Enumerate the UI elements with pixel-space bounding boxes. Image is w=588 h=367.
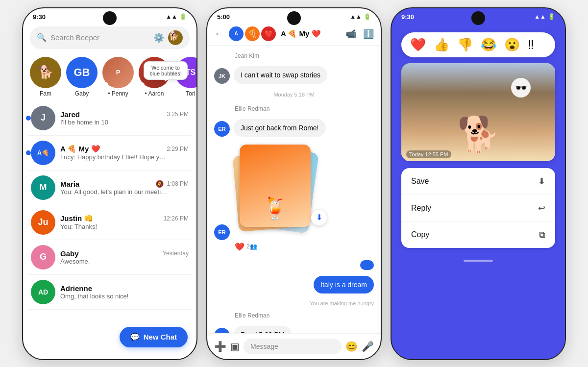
chat-item-a-my[interactable]: A🍕 A 🍕 My ❤️ 2:29 PM Lucy: Happy birthda… (28, 136, 192, 171)
msg-bubble-3[interactable]: Read 5:23 PM (234, 326, 292, 333)
copy-icon: ⧉ (539, 230, 545, 240)
story-gaby[interactable]: GB Gaby (66, 57, 98, 97)
welcome-tooltip: Welcome to blue bubbles! (144, 61, 188, 80)
reaction-laugh[interactable]: 😂 (481, 37, 496, 52)
story-label-penny: • Penny (108, 90, 128, 97)
chat-list: J Jared 3:25 PM I'll be home in 10 A🍕 (23, 101, 196, 310)
new-chat-button[interactable]: 💬 New Chat (120, 327, 188, 347)
msg-bubble-mine-1[interactable] (360, 260, 374, 270)
time-divider-1: Monday 5:18 PM (214, 90, 374, 99)
profile-avatar[interactable]: 🐕 (168, 30, 183, 45)
download-button[interactable]: ⬇ (311, 210, 327, 225)
image-reactions: ❤️ 2👥 (214, 242, 374, 251)
unread-dot-jared (26, 116, 31, 121)
phone-chat-view: 5:00 ▲▲ 🔋 ← A 🍕 ❤️ A 🍕 My ❤️ 📹 ℹ️ (206, 7, 382, 360)
reaction-wow[interactable]: 😮 (504, 37, 520, 52)
context-save[interactable]: Save ⬇ (401, 168, 555, 195)
image-message[interactable]: ER 🌆 🍹 (214, 145, 374, 251)
time-3: 9:30 (401, 13, 414, 21)
video-icon[interactable]: 📹 (345, 28, 356, 39)
search-icon: 🔍 (37, 33, 47, 42)
reaction-bar: ❤️ 👍 👎 😂 😮 ‼️ (401, 32, 555, 57)
add-icon[interactable]: ➕ (214, 341, 226, 352)
msg-avatar-ellie: ER (214, 121, 230, 137)
chat-item-gaby[interactable]: G Gaby Yesterday Awesome. (28, 240, 192, 275)
reaction-heart[interactable]: ❤️ (410, 37, 426, 52)
header-avatar-3: ❤️ (261, 26, 276, 41)
chat-name-jared: Jared (60, 110, 80, 119)
context-copy[interactable]: Copy ⧉ (401, 222, 555, 248)
story-label-gaby: Gaby (75, 90, 89, 97)
chat-item-maria[interactable]: M Maria 🔕 1:08 PM You: All good, let's p… (28, 171, 192, 205)
reaction-thumbs-down[interactable]: 👎 (457, 37, 473, 52)
chat-avatar-gaby: G (31, 245, 55, 269)
reaction-thumbs-up[interactable]: 👍 (434, 37, 449, 52)
messages-area: Jean Kim JK I can't wait to swap stories… (207, 46, 381, 333)
msg-avatar-ellie-2: ER (214, 328, 230, 333)
chat-info-justin: Justin 👊 12:26 PM You: Thanks! (60, 214, 189, 230)
reaction-count: 2👥 (246, 243, 257, 250)
chat-time-a-my: 2:29 PM (167, 146, 189, 152)
chat-preview-jared: I'll be home in 10 (60, 119, 168, 126)
input-placeholder: Message (250, 343, 278, 350)
chat-name-justin: Justin 👊 (60, 214, 93, 223)
gear-icon[interactable]: ⚙️ (153, 32, 164, 43)
story-dot-aaron (140, 82, 145, 87)
chat-avatar-jared: J (31, 106, 55, 130)
story-fam[interactable]: 🐕 Fam (30, 57, 61, 97)
msg-bubble-1[interactable]: I can't wait to swap stories (234, 66, 327, 84)
chat-preview-a-my: Lucy: Happy birthday Ellie!! Hope you've… (60, 153, 168, 161)
signal-icon-1: ▲▲ (166, 13, 177, 20)
img-msg-avatar: ER (214, 224, 230, 240)
sticker-icon[interactable]: ▣ (230, 341, 240, 352)
chat-item-jared[interactable]: J Jared 3:25 PM I'll be home in 10 (28, 101, 192, 136)
chat-info-gaby: Gaby Yesterday Awesome. (60, 249, 189, 265)
img-card-main: 🍹 (240, 145, 311, 227)
chat-avatar-justin: Ju (31, 210, 55, 235)
chat-preview-gaby: Awesome. (60, 258, 168, 265)
story-avatar-penny: P (102, 57, 134, 88)
new-chat-icon: 💬 (130, 333, 140, 342)
msg-sender-jean: Jean Kim (214, 52, 374, 59)
header-avatar-2: 🍕 (245, 26, 260, 41)
chat-info-jared: Jared 3:25 PM I'll be home in 10 (60, 110, 189, 126)
heart-reaction: ❤️ (235, 242, 245, 251)
dog-photo-card: 🐕 🕶️ Today 12:55 PM (401, 63, 555, 161)
dog-photo: 🐕 🕶️ Today 12:55 PM (401, 63, 555, 161)
mute-icon-maria: 🔕 (155, 180, 164, 188)
header-avatars: A 🍕 ❤️ (229, 26, 276, 41)
battery-icon-1: 🔋 (179, 13, 187, 20)
chat-preview-maria: You: All good, let's plan in our meeting… (60, 188, 168, 196)
story-penny[interactable]: P • Penny (102, 57, 134, 97)
msg-bubble-mine-2[interactable]: Italy is a dream (314, 276, 374, 294)
context-reply[interactable]: Reply ↩ (401, 195, 555, 222)
emoji-icon[interactable]: 😊 (345, 341, 358, 352)
info-icon[interactable]: ℹ️ (363, 28, 374, 39)
chat-name-a-my: A 🍕 My ❤️ (60, 145, 100, 153)
chat-preview-justin: You: Thanks! (60, 223, 168, 230)
msg-row-mine-2: Italy is a dream (214, 276, 374, 294)
reaction-exclaim[interactable]: ‼️ (528, 37, 534, 52)
mic-icon[interactable]: 🎤 (362, 341, 374, 352)
msg-bubble-2[interactable]: Just got back from Rome! (234, 119, 326, 137)
chat-item-adrienne[interactable]: AD Adrienne Omg, that looks so nice! (28, 275, 192, 310)
msg-sender-ellie-2: Ellie Redman (214, 312, 374, 319)
time-2: 5:00 (217, 13, 230, 21)
search-bar[interactable]: 🔍 Search Beeper ⚙️ 🐕 (30, 26, 190, 49)
photo-time-label: Today 12:55 PM (406, 150, 451, 158)
chat-item-justin[interactable]: Ju Justin 👊 12:26 PM You: Thanks! (28, 205, 192, 240)
status-icons-3: ▲▲ 🔋 (534, 13, 555, 20)
search-input[interactable]: Search Beeper (50, 33, 149, 42)
save-label: Save (411, 177, 429, 186)
msg-row-mine-1 (214, 260, 374, 270)
chat-info-adrienne: Adrienne Omg, that looks so nice! (60, 284, 189, 300)
chat-info-a-my: A 🍕 My ❤️ 2:29 PM Lucy: Happy birthday E… (60, 145, 189, 161)
story-label-fam: Fam (40, 90, 51, 97)
home-indicator (392, 255, 565, 267)
chat-time-maria: 1:08 PM (167, 180, 189, 187)
status-icons-2: ▲▲ 🔋 (350, 13, 371, 20)
message-input[interactable]: Message (244, 339, 342, 354)
back-button[interactable]: ← (214, 28, 224, 39)
msg-row-1: JK I can't wait to swap stories (214, 66, 374, 84)
story-unread-dot-penny (103, 82, 108, 87)
